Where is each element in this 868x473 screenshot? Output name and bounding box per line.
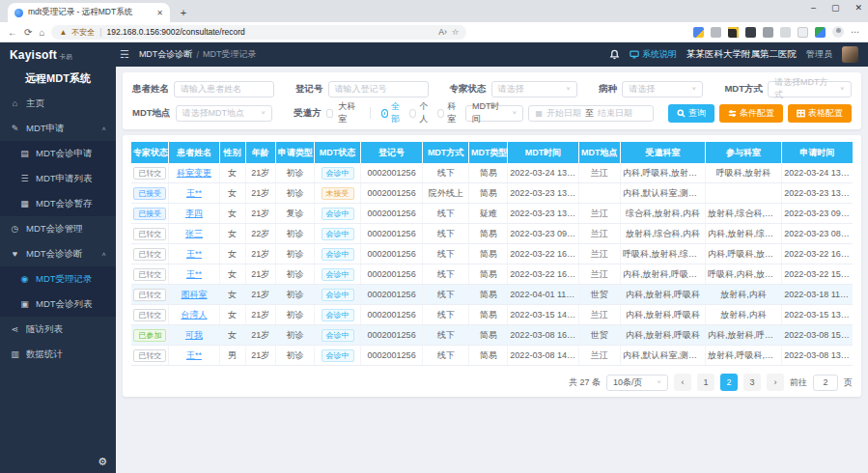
breadcrumb-current: MDT受理记录 [203, 48, 257, 61]
sidebar-item-8[interactable]: ▣MDT会诊列表 [0, 292, 116, 317]
table-row: 已转交王**女21岁初诊会诊中0002001256线下简易2022-03-22 … [131, 244, 853, 264]
patient-name-link[interactable]: 王** [186, 249, 202, 259]
sidebar-item-0[interactable]: ⌂主页 [0, 91, 116, 116]
extension-icon[interactable] [815, 27, 826, 38]
chevron-up-icon: ∧ [101, 125, 106, 131]
prev-page-button[interactable]: ‹ [674, 374, 691, 391]
expert-status-badge: 已转交 [133, 289, 166, 301]
search-icon [677, 109, 686, 118]
close-window-button[interactable]: ✕ [854, 3, 862, 13]
user-role: 管理员 [806, 48, 832, 61]
mdt-status-badge: 会诊中 [322, 329, 354, 342]
table-icon [797, 109, 805, 118]
mdt-location-select[interactable]: 请选择MDT地点∨ [176, 105, 273, 122]
patient-name-link[interactable]: 图科室 [181, 290, 207, 299]
shield-icon: ▣ [19, 299, 30, 309]
sliders-icon [728, 109, 737, 118]
sidebar-menu: ⌂主页✎MDT申请∧▤MDT会诊申请☰MDT申请列表▦MDT会诊暂存◷MDT会诊… [0, 91, 116, 367]
column-header: 受邀科室 [620, 142, 705, 163]
page-button-2[interactable]: 2 [720, 374, 738, 391]
column-header: 专家状态 [131, 142, 169, 163]
notification-bell-icon[interactable] [609, 49, 620, 60]
mdt-status-badge: 会诊中 [322, 289, 354, 301]
expert-status-select[interactable]: 请选择∨ [491, 81, 578, 97]
read-aloud-icon[interactable]: A› [438, 27, 447, 37]
sidebar-item-2[interactable]: ▤MDT会诊申请 [0, 141, 116, 166]
sidebar-item-4[interactable]: ▦MDT会诊暂存 [0, 191, 116, 216]
browser-tab[interactable]: mdt受理记录 - 远程MDT系统 ✕ [8, 3, 170, 22]
more-menu-icon[interactable]: ⋯ [851, 27, 860, 37]
patient-name-link[interactable]: 张三 [185, 229, 203, 238]
maximize-button[interactable]: ▢ [831, 3, 840, 13]
favorite-star-icon[interactable]: ☆ [452, 27, 460, 37]
extension-icon[interactable] [693, 27, 704, 38]
time-type-select[interactable]: MDT时间∨ [465, 105, 524, 122]
home-icon[interactable]: ⌂ [39, 27, 44, 38]
big-dept-checkbox[interactable] [326, 109, 334, 118]
sidebar-item-5[interactable]: ◷MDT会诊管理 [0, 216, 116, 241]
extension-icon[interactable] [711, 27, 721, 38]
sidebar-item-6[interactable]: ♥MDT会诊诊断∧ [0, 241, 116, 266]
table-row: 已转交王**男21岁初诊会诊中0002001256线下简易2022-03-08 … [131, 346, 853, 366]
browser-profile-avatar[interactable] [832, 26, 844, 38]
invitee-radio-person[interactable]: 个人 [409, 100, 433, 125]
calendar-icon: ▦ [535, 109, 543, 118]
patient-name-link[interactable]: 李四 [185, 209, 203, 218]
next-page-button[interactable]: › [767, 374, 784, 391]
sidebar-item-1[interactable]: ✎MDT申请∧ [0, 116, 116, 141]
page-button-3[interactable]: 3 [743, 374, 761, 391]
total-count: 共 27 条 [569, 376, 601, 389]
chart-icon: ▥ [10, 349, 20, 359]
register-no-input[interactable] [328, 81, 429, 97]
patient-name-link[interactable]: 王** [186, 350, 202, 360]
patient-name-link[interactable]: 王** [186, 269, 202, 279]
sidebar-item-7[interactable]: ◉MDT受理记录 [0, 266, 116, 292]
patient-name-link[interactable]: 可我 [185, 330, 203, 340]
tab-title: mdt受理记录 - 远程MDT系统 [28, 7, 152, 18]
condition-config-button[interactable]: 条件配置 [719, 104, 783, 123]
expert-status-badge: 已转交 [133, 268, 166, 281]
patient-name-link[interactable]: 台湾人 [181, 310, 207, 320]
system-help-link[interactable]: 系统说明 [630, 48, 677, 61]
patient-name-input[interactable] [174, 81, 274, 97]
collapse-sidebar-icon[interactable]: ☴ [120, 48, 129, 61]
disease-select[interactable]: 请选择∨ [622, 81, 703, 97]
list-icon: ☰ [19, 174, 30, 183]
close-tab-icon[interactable]: ✕ [156, 9, 163, 17]
extension-icon[interactable] [728, 27, 739, 38]
back-icon[interactable]: ← [8, 27, 17, 38]
chevron-down-icon: ∨ [261, 110, 266, 116]
system-title: 远程MDT系统 [0, 67, 116, 91]
patient-name-link[interactable]: 科室变更 [177, 168, 211, 178]
table-row: 已转交张三女22岁初诊会诊中0002001256线下简易2022-03-23 0… [131, 224, 853, 244]
table-config-button[interactable]: 表格配置 [788, 104, 852, 123]
search-button[interactable]: 查询 [668, 104, 714, 123]
sidebar-item-10[interactable]: ▥数据统计 [0, 342, 116, 367]
url-field[interactable]: ▲ 不安全 | 192.168.0.156:9002/consultate/re… [51, 25, 466, 40]
refresh-icon[interactable]: ⟳ [24, 27, 32, 38]
mdt-status-badge: 会诊中 [322, 167, 354, 180]
settings-gear-icon[interactable]: ⚙ [98, 456, 107, 468]
split-screen-icon[interactable] [798, 27, 808, 38]
user-avatar[interactable] [842, 46, 858, 63]
mdt-mode-select[interactable]: 请选择MDT方式∨ [768, 81, 852, 97]
column-header: 年龄 [245, 142, 275, 163]
patient-name-link[interactable]: 王** [186, 188, 202, 198]
app-logo: Kayisoft 卡易 [0, 48, 116, 62]
table-row: 已转交科室变更女21岁初诊会诊中0002001256线下简易2022-03-24… [131, 163, 853, 183]
table-header-row: 专家状态患者姓名性别年龄申请类型MDT状态登记号MDT方式MDT类型MDT时间M… [131, 142, 853, 163]
sidebar-item-9[interactable]: ⋖随访列表 [0, 317, 116, 342]
extension-icon[interactable] [780, 27, 791, 38]
new-tab-button[interactable]: + [176, 5, 191, 20]
page-size-select[interactable]: 10条/页∨ [606, 375, 668, 391]
invitee-radio-all[interactable]: 全部 [381, 100, 405, 125]
date-range-picker[interactable]: ▦ 开始日期 至 结束日期 [528, 105, 654, 122]
page-button-1[interactable]: 1 [697, 374, 714, 391]
goto-page-input[interactable] [813, 375, 838, 391]
invitee-radio-dept[interactable]: 科室 [437, 100, 461, 125]
extension-icon[interactable] [763, 27, 773, 38]
extension-icon[interactable] [745, 27, 756, 38]
table-row: 已转交台湾人女21岁初诊会诊中0002001256线下简易2022-03-15 … [131, 305, 853, 325]
minimize-button[interactable]: – [811, 3, 816, 13]
sidebar-item-3[interactable]: ☰MDT申请列表 [0, 166, 116, 191]
